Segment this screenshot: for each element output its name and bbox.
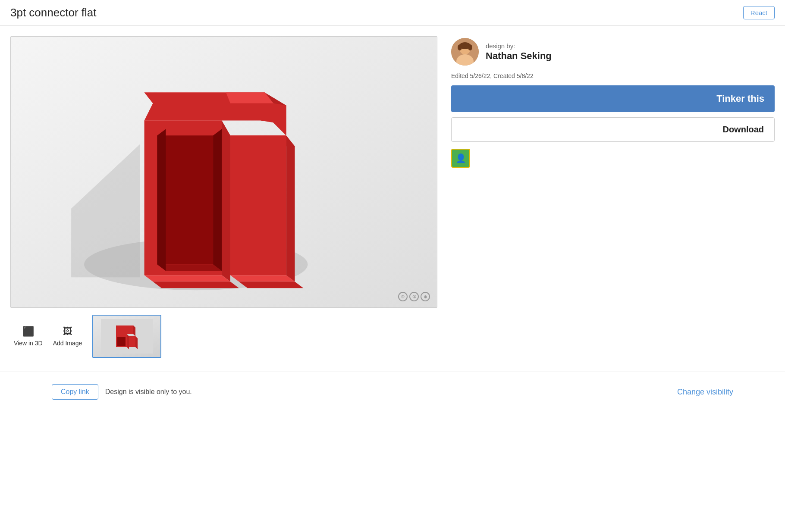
thumbnail-svg: [101, 319, 153, 354]
svg-marker-11: [286, 135, 295, 282]
svg-point-37: [458, 44, 462, 50]
svg-marker-19: [153, 282, 239, 288]
svg-marker-29: [135, 336, 138, 349]
change-visibility-button[interactable]: Change visibility: [677, 388, 733, 397]
avatar-image: [451, 38, 479, 66]
svg-marker-24: [116, 325, 133, 334]
svg-point-38: [468, 44, 472, 50]
react-button[interactable]: React: [743, 6, 775, 19]
view-in-3d-label: View in 3D: [14, 340, 43, 347]
svg-marker-16: [213, 129, 222, 271]
bottom-bar: Copy link Design is visible only to you.…: [0, 372, 785, 412]
avatar: [451, 38, 479, 66]
visibility-icon-button[interactable]: 👤: [451, 149, 470, 168]
image-icon: 🖼: [63, 326, 72, 337]
cube-icon: ⬛: [22, 326, 34, 337]
design-by-label: design by:: [486, 42, 552, 50]
add-image-button[interactable]: 🖼 Add Image: [53, 326, 82, 347]
viewer-section: © ① ⊕ ⬛ View in 3D 🖼 Add Image: [10, 36, 437, 358]
main-content: © ① ⊕ ⬛ View in 3D 🖼 Add Image: [0, 26, 785, 358]
svg-marker-12: [230, 135, 286, 275]
visibility-message: Design is visible only to you.: [105, 388, 192, 396]
svg-marker-26: [127, 334, 129, 349]
svg-marker-31: [117, 337, 126, 346]
cc-icon: ©: [398, 292, 408, 301]
page-title: 3pt connector flat: [10, 6, 96, 19]
svg-marker-8: [222, 120, 230, 282]
download-button[interactable]: Download: [451, 117, 775, 142]
copy-link-area: Copy link Design is visible only to you.: [52, 384, 192, 400]
cc-license-icons: © ① ⊕: [398, 292, 430, 301]
3d-model-svg: [11, 37, 437, 307]
view-in-3d-button[interactable]: ⬛ View in 3D: [14, 326, 43, 347]
info-section: design by: Nathan Seking Edited 5/26/22,…: [451, 36, 775, 358]
designer-info: design by: Nathan Seking: [486, 42, 552, 62]
person-icon: 👤: [455, 153, 466, 163]
page-header: 3pt connector flat React: [0, 0, 785, 26]
selected-thumbnail[interactable]: [92, 315, 161, 358]
edit-meta: Edited 5/26/22, Created 5/8/22: [451, 72, 775, 79]
tinker-this-button[interactable]: Tinker this: [451, 85, 775, 112]
nc-icon: ⊕: [421, 292, 430, 301]
thumbnail-row: ⬛ View in 3D 🖼 Add Image: [10, 315, 437, 358]
svg-marker-14: [157, 264, 222, 271]
svg-marker-30: [129, 336, 135, 347]
designer-name: Nathan Seking: [486, 50, 552, 62]
copy-link-button[interactable]: Copy link: [52, 384, 98, 400]
by-icon: ①: [409, 292, 419, 301]
svg-marker-15: [157, 129, 166, 271]
svg-marker-20: [239, 282, 304, 288]
3d-viewer[interactable]: © ① ⊕: [10, 36, 437, 308]
svg-marker-17: [144, 275, 230, 282]
add-image-label: Add Image: [53, 340, 82, 347]
designer-row: design by: Nathan Seking: [451, 38, 775, 66]
svg-marker-18: [230, 275, 295, 282]
